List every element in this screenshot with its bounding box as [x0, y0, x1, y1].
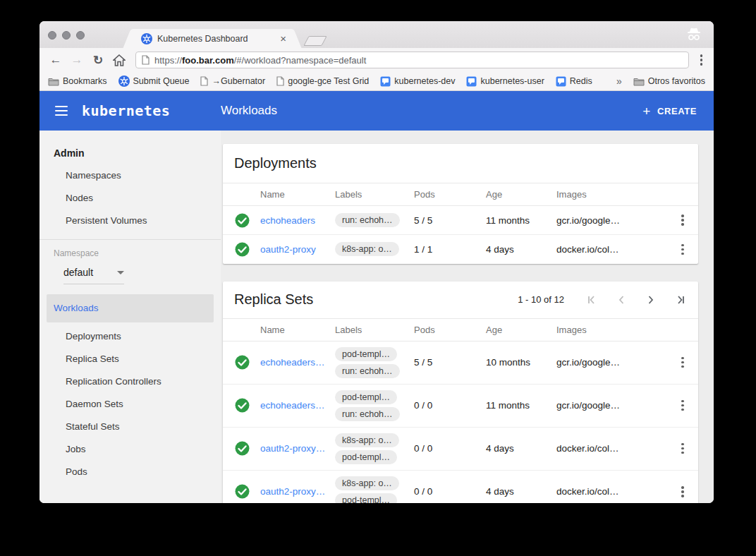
browser-toolbar: ← → ↻ https://foo.bar.com/#/workload?nam…	[39, 48, 714, 72]
table-row: echoheaders…pod-templ…run: echoh…0 / 011…	[223, 384, 698, 427]
pagination: 1 - 10 of 12	[518, 294, 687, 306]
folder-icon	[633, 77, 645, 86]
pods-cell: 1 / 1	[414, 235, 486, 264]
replica-sets-table: NameLabelsPodsAgeImages echoheaders…pod-…	[223, 318, 698, 504]
table-row: oauth2-proxyk8s-app: o…1 / 14 daysdocker…	[223, 235, 698, 264]
status-ok-icon	[235, 213, 260, 228]
bookmark-item[interactable]: kubernetes-user	[466, 76, 544, 87]
column-header: Images	[556, 183, 667, 206]
deployments-card-title: Deployments	[234, 155, 687, 171]
bookmark-label: Otros favoritos	[648, 76, 705, 86]
browser-tab[interactable]: Kubernetes Dashboard ×	[133, 29, 292, 48]
back-button[interactable]: ←	[47, 53, 65, 67]
sidebar-item-persistent-volumes[interactable]: Persistent Volumes	[39, 210, 221, 232]
chevron-down-icon	[117, 271, 124, 274]
row-menu-icon[interactable]	[667, 214, 698, 226]
row-menu-icon[interactable]	[667, 443, 698, 454]
bookmark-label: Bookmarks	[63, 76, 107, 86]
browser-menu-button[interactable]	[696, 52, 707, 68]
resource-name-link[interactable]: echoheaders	[260, 215, 315, 226]
label-chip: k8s-app: o…	[335, 476, 399, 490]
resource-name-link[interactable]: echoheaders…	[260, 357, 325, 368]
bookmark-item[interactable]: Submit Queue	[118, 75, 190, 87]
bookmark-item[interactable]: Redis	[556, 76, 592, 87]
resource-name-link[interactable]: oauth2-proxy…	[260, 443, 325, 454]
bookmark-item[interactable]: Bookmarks	[48, 76, 107, 86]
table-row: echoheaders…pod-templ…run: echoh…5 / 510…	[223, 341, 698, 384]
row-menu-icon[interactable]	[667, 357, 698, 368]
status-ok-icon	[235, 484, 260, 499]
column-header: Labels	[335, 183, 414, 206]
namespace-select[interactable]: default	[63, 267, 124, 284]
window-controls[interactable]	[48, 31, 85, 40]
tab-close-icon[interactable]: ×	[280, 33, 286, 44]
row-menu-icon[interactable]	[667, 486, 698, 497]
bookmark-item[interactable]: google-gce Test Grid	[276, 76, 369, 86]
deployments-table: NameLabelsPodsAgeImages echoheadersrun: …	[223, 183, 698, 264]
column-header: Name	[260, 183, 335, 206]
url-path: /#/workload?namespace=default	[234, 55, 367, 66]
zoom-window-button[interactable]	[76, 31, 85, 40]
age-cell: 11 months	[486, 384, 556, 427]
images-cell: docker.io/col…	[556, 235, 667, 264]
sidebar-item-jobs[interactable]: Jobs	[39, 438, 221, 461]
first-page-icon[interactable]	[585, 294, 598, 306]
sidebar-item-replication-controllers[interactable]: Replication Controllers	[39, 370, 221, 393]
previous-page-icon[interactable]	[615, 294, 628, 306]
folder-icon	[48, 77, 59, 86]
bookmark-item[interactable]: kubernetes-dev	[380, 76, 455, 87]
minimize-window-button[interactable]	[62, 31, 71, 40]
resource-name-link[interactable]: oauth2-proxy	[260, 244, 316, 255]
label-chip: pod-templ…	[335, 450, 397, 464]
sidebar-item-namespaces[interactable]: Namespaces	[39, 164, 221, 187]
last-page-icon[interactable]	[674, 294, 687, 306]
sidebar-item-stateful-sets[interactable]: Stateful Sets	[39, 416, 221, 438]
age-cell: 4 days	[486, 470, 556, 503]
next-page-icon[interactable]	[645, 294, 657, 306]
label-chip: run: echoh…	[335, 364, 400, 378]
create-button-label: CREATE	[657, 106, 697, 116]
other-bookmarks-folder[interactable]: Otros favoritos	[633, 76, 705, 86]
sidebar: Admin NamespacesNodesPersistent Volumes …	[39, 131, 221, 503]
bookmarks-bar: BookmarksSubmit Queue→Gubernatorgoogle-g…	[39, 72, 714, 91]
tab-title: Kubernetes Dashboard	[157, 34, 275, 44]
page-icon	[200, 76, 208, 86]
age-cell: 11 months	[486, 206, 556, 235]
label-chip: pod-templ…	[335, 390, 397, 404]
new-tab-button[interactable]	[303, 36, 327, 46]
plus-icon: +	[642, 104, 651, 118]
sidebar-item-deployments[interactable]: Deployments	[39, 325, 221, 348]
create-button[interactable]: + CREATE	[642, 104, 697, 118]
column-header: Age	[486, 318, 556, 341]
url-text: https://foo.bar.com/#/workload?namespace…	[154, 55, 366, 66]
bookmarks-overflow-icon[interactable]: »	[616, 75, 622, 87]
reload-button[interactable]: ↻	[89, 53, 107, 68]
kubernetes-favicon-icon	[141, 33, 152, 44]
address-bar[interactable]: https://foo.bar.com/#/workload?namespace…	[135, 52, 689, 68]
bookmark-item[interactable]: →Gubernator	[200, 76, 265, 86]
row-menu-icon[interactable]	[667, 400, 698, 411]
home-button[interactable]	[110, 54, 128, 66]
close-window-button[interactable]	[48, 31, 56, 40]
images-cell: docker.io/col…	[556, 470, 667, 503]
url-domain: foo.bar.com	[182, 55, 234, 66]
sidebar-item-workloads[interactable]: Workloads	[47, 294, 214, 322]
sidebar-item-nodes[interactable]: Nodes	[39, 187, 221, 210]
resource-name-link[interactable]: oauth2-proxy…	[260, 486, 325, 497]
label-chip: pod-templ…	[335, 493, 397, 503]
sidebar-item-replica-sets[interactable]: Replica Sets	[39, 348, 221, 370]
row-menu-icon[interactable]	[667, 244, 698, 255]
column-header: Labels	[335, 318, 414, 341]
images-cell: docker.io/col…	[556, 427, 667, 470]
sidebar-item-daemon-sets[interactable]: Daemon Sets	[39, 393, 221, 416]
table-row: echoheadersrun: echoh…5 / 511 monthsgcr.…	[223, 206, 698, 235]
resource-name-link[interactable]: echoheaders…	[260, 400, 325, 411]
bookmark-label: kubernetes-dev	[394, 76, 455, 86]
sidebar-item-pods[interactable]: Pods	[39, 461, 221, 483]
column-header: Name	[260, 318, 335, 341]
forward-button[interactable]: →	[68, 53, 86, 67]
main-content: Deployments NameLabelsPodsAgeImages echo…	[221, 131, 714, 503]
status-ok-icon	[235, 355, 260, 370]
hamburger-menu-icon[interactable]	[55, 106, 68, 116]
pods-cell: 0 / 0	[414, 384, 486, 427]
